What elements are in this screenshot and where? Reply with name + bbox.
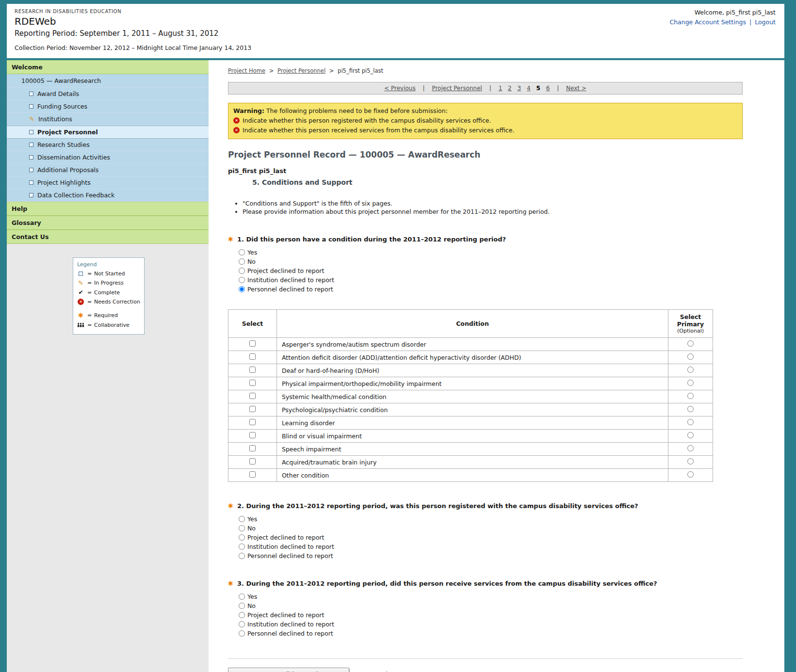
sidebar-item-data-collection-feedback[interactable]: Data Collection Feedback (7, 189, 209, 202)
sidebar-item-label: Help (12, 205, 27, 212)
q2-option-project-declined[interactable]: Project declined to report (239, 534, 324, 541)
q3-option-yes[interactable]: Yes (239, 593, 257, 600)
sidebar-item-label: Contact Us (12, 233, 49, 240)
q3-no-radio[interactable] (239, 603, 245, 609)
q1-no-radio[interactable] (239, 258, 245, 265)
sidebar-item-dissemination-activities[interactable]: Dissemination Activities (7, 151, 209, 164)
sidebar-item-project-personnel[interactable]: Project Personnel (7, 126, 209, 139)
q2-personnel-declined-radio[interactable] (239, 553, 245, 559)
primary-condition-radio[interactable] (687, 471, 694, 478)
condition-checkbox[interactable] (249, 393, 256, 399)
q1-option-yes[interactable]: Yes (239, 249, 257, 256)
condition-checkbox[interactable] (249, 380, 256, 386)
q2-yes-radio[interactable] (239, 516, 245, 522)
legend-row: ✎ = In Progress (77, 280, 140, 286)
q1-yes-radio[interactable] (239, 249, 245, 256)
q3-option-institution-declined[interactable]: Institution declined to report (239, 621, 334, 628)
q2-option-no[interactable]: No (239, 525, 256, 532)
primary-condition-radio[interactable] (687, 445, 694, 451)
sidebar-item-welcome[interactable]: Welcome (7, 60, 209, 74)
legend-row: = Collaborative (77, 322, 140, 328)
sidebar-item-award[interactable]: 100005 — AwardResearch (7, 74, 209, 88)
page-3-link[interactable]: 3 (518, 85, 521, 92)
primary-condition-radio[interactable] (687, 340, 694, 347)
q2-option-personnel-declined[interactable]: Personnel declined to report (239, 552, 333, 560)
not-started-checkbox-icon (29, 143, 33, 147)
condition-checkbox[interactable] (249, 367, 256, 373)
q1-option-institution-declined[interactable]: Institution declined to report (239, 276, 334, 284)
q3-yes-radio[interactable] (239, 593, 245, 600)
breadcrumb-separator: > (269, 67, 274, 74)
q2-option-yes[interactable]: Yes (239, 515, 257, 523)
q1-institution-declined-radio[interactable] (239, 277, 245, 283)
q1-option-project-declined[interactable]: Project declined to report (239, 267, 324, 274)
primary-condition-radio[interactable] (687, 406, 694, 412)
condition-checkbox[interactable] (249, 458, 256, 464)
q1-option-no[interactable]: No (239, 258, 256, 265)
page-6-link[interactable]: 6 (546, 85, 550, 92)
primary-condition-radio[interactable] (687, 432, 694, 438)
sidebar-item-contact-us[interactable]: Contact Us (7, 230, 209, 244)
condition-checkbox[interactable] (249, 419, 256, 425)
q3-option-personnel-declined[interactable]: Personnel declined to report (239, 630, 333, 637)
page-2-link[interactable]: 2 (508, 85, 512, 92)
condition-checkbox[interactable] (249, 406, 256, 412)
q3-option-no[interactable]: No (239, 602, 256, 609)
q1-project-declined-radio[interactable] (239, 268, 245, 274)
warning-intro: The following problems need to be fixed … (266, 107, 448, 114)
sidebar-item-award-details[interactable]: Award Details (7, 88, 209, 100)
page-1-link[interactable]: 1 (499, 85, 503, 92)
sidebar-item-project-highlights[interactable]: Project Highlights (7, 176, 209, 189)
page-4-link[interactable]: 4 (527, 85, 531, 92)
q1-option-personnel-declined[interactable]: Personnel declined to report (239, 286, 333, 293)
question-2-options: Yes No Project declined to report Instit… (239, 515, 743, 560)
primary-condition-radio[interactable] (687, 419, 694, 425)
link-separator: | (749, 18, 751, 26)
breadcrumb-project-home-link[interactable]: Project Home (228, 67, 265, 74)
sidebar-item-institutions[interactable]: ✎ Institutions (7, 113, 209, 126)
legend-icon-cell: ✎ (77, 281, 84, 286)
primary-condition-radio[interactable] (687, 353, 694, 360)
q2-project-declined-radio[interactable] (239, 534, 245, 541)
q3-project-declined-radio[interactable] (239, 612, 245, 618)
q1-personnel-declined-radio[interactable] (239, 286, 245, 292)
breadcrumb-project-personnel-link[interactable]: Project Personnel (277, 67, 325, 74)
condition-checkbox[interactable] (249, 340, 256, 347)
sidebar-item-funding-sources[interactable]: Funding Sources (7, 100, 209, 113)
condition-checkbox[interactable] (249, 353, 256, 360)
primary-condition-radio[interactable] (687, 380, 694, 386)
condition-label: Psychological/psychiatric condition (277, 403, 668, 416)
sidebar-item-help[interactable]: Help (7, 202, 209, 216)
note-item: "Conditions and Support" is the fifth of… (243, 200, 743, 207)
save-button[interactable]: Save Part 5: Conditions and Support (228, 668, 349, 672)
note-item: Please provide information about this pr… (243, 208, 743, 215)
q3-option-project-declined[interactable]: Project declined to report (239, 611, 324, 619)
logout-link[interactable]: Logout (755, 18, 776, 26)
primary-condition-radio[interactable] (687, 458, 694, 464)
question-2: ✱ 2. During the 2011–2012 reporting peri… (228, 502, 743, 510)
legend-box: Legend = Not Started ✎ = In Progress ✔ =… (73, 257, 145, 335)
next-page-link[interactable]: Next > (566, 85, 586, 92)
q2-no-radio[interactable] (239, 525, 245, 531)
sidebar-item-additional-proposals[interactable]: Additional Proposals (7, 164, 209, 176)
not-started-checkbox-icon (29, 180, 33, 185)
table-header-row: Select Condition Select Primary (Optiona… (228, 310, 713, 338)
sidebar-item-research-studies[interactable]: Research Studies (7, 139, 209, 151)
condition-checkbox[interactable] (249, 445, 256, 451)
sidebar-item-glossary[interactable]: Glossary (7, 216, 209, 230)
q3-institution-declined-radio[interactable] (239, 621, 245, 627)
condition-label: Systemic health/medical condition (277, 390, 668, 403)
change-account-settings-link[interactable]: Change Account Settings (669, 18, 746, 26)
previous-page-link[interactable]: < Previous (384, 85, 416, 92)
pager-section-link[interactable]: Project Personnel (432, 85, 482, 92)
q2-option-institution-declined[interactable]: Institution declined to report (239, 543, 334, 550)
condition-checkbox[interactable] (249, 471, 256, 478)
radio-label: Project declined to report (247, 267, 324, 274)
condition-label: Blind or visual impairment (277, 430, 668, 443)
sidebar-item-label: Dissemination Activities (37, 154, 110, 161)
primary-condition-radio[interactable] (687, 367, 694, 373)
primary-condition-radio[interactable] (687, 393, 694, 399)
q3-personnel-declined-radio[interactable] (239, 630, 245, 637)
q2-institution-declined-radio[interactable] (239, 544, 245, 550)
condition-checkbox[interactable] (249, 432, 256, 438)
